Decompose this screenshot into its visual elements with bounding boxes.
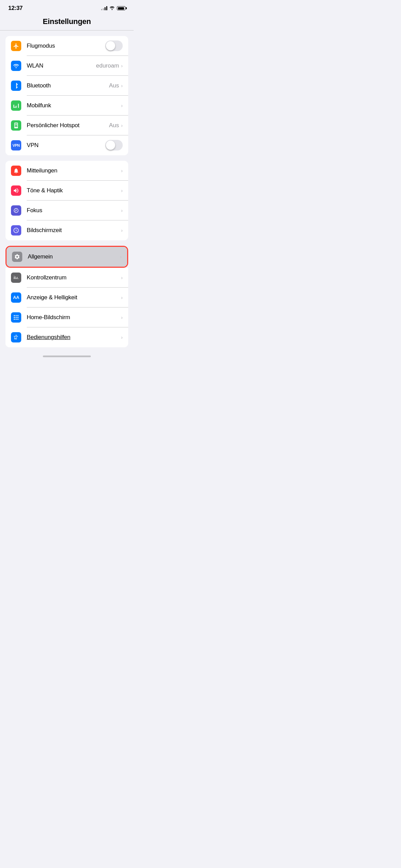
bluetooth-icon — [11, 81, 21, 91]
mobilfunk-label: Mobilfunk — [27, 102, 121, 109]
status-time: 12:37 — [8, 5, 23, 12]
wifi-status-icon — [109, 6, 115, 11]
mitteilungen-row[interactable]: Mitteilungen › — [5, 161, 128, 181]
allgemein-row[interactable]: Allgemein › — [7, 247, 127, 267]
hotspot-chevron: › — [121, 123, 123, 128]
bedienungshilfen-chevron: › — [121, 335, 123, 340]
svg-rect-1 — [14, 315, 15, 316]
fokus-chevron: › — [121, 208, 123, 213]
mobilfunk-row[interactable]: Mobilfunk › — [5, 96, 128, 116]
mobilfunk-icon — [11, 100, 21, 111]
flugmodus-row[interactable]: Flugmodus — [5, 36, 128, 56]
bedienungshilfen-label: Bedienungshilfen — [27, 334, 121, 341]
nav-title: Einstellungen — [0, 14, 134, 30]
flugmodus-icon — [11, 41, 21, 51]
bluetooth-row[interactable]: Bluetooth Aus › — [5, 76, 128, 96]
svg-rect-6 — [17, 317, 19, 318]
allgemein-chevron: › — [120, 254, 122, 260]
toene-label: Töne & Haptik — [27, 187, 121, 194]
mitteilungen-chevron: › — [121, 168, 123, 173]
page-title: Einstellungen — [0, 17, 134, 26]
toene-row[interactable]: Töne & Haptik › — [5, 181, 128, 201]
kontrollzentrum-row[interactable]: Kontrollzentrum › — [5, 268, 128, 288]
anzeige-row[interactable]: AA Anzeige & Helligkeit › — [5, 288, 128, 308]
connectivity-group: Flugmodus WLAN eduroam › Bluetooth Aus › — [5, 36, 128, 155]
bluetooth-chevron: › — [121, 83, 123, 88]
svg-point-10 — [16, 335, 17, 336]
svg-rect-4 — [14, 317, 15, 318]
wlan-row[interactable]: WLAN eduroam › — [5, 56, 128, 76]
wlan-icon — [11, 61, 21, 71]
svg-rect-8 — [16, 318, 17, 320]
anzeige-label: Anzeige & Helligkeit — [27, 294, 121, 301]
wlan-value: eduroam — [96, 62, 119, 69]
kontrollzentrum-icon — [11, 273, 21, 283]
home-indicator-area — [0, 353, 134, 359]
signal-icon — [101, 6, 107, 10]
battery-icon — [117, 6, 125, 10]
svg-rect-7 — [14, 318, 15, 320]
kontrollzentrum-chevron: › — [121, 275, 123, 280]
toene-chevron: › — [121, 188, 123, 193]
svg-rect-3 — [17, 315, 19, 316]
vpn-icon: VPN — [11, 140, 21, 150]
flugmodus-label: Flugmodus — [27, 43, 105, 49]
hotspot-row[interactable]: Persönlicher Hotspot Aus › — [5, 116, 128, 135]
status-bar: 12:37 — [0, 0, 134, 14]
bildschirmzeit-icon — [11, 225, 21, 236]
toene-icon — [11, 185, 21, 196]
mobilfunk-chevron: › — [121, 103, 123, 108]
bluetooth-value: Aus — [109, 82, 119, 89]
wlan-label: WLAN — [27, 62, 96, 69]
vpn-row[interactable]: VPN VPN — [5, 135, 128, 155]
vpn-label: VPN — [27, 142, 105, 149]
fokus-icon — [11, 205, 21, 216]
hotspot-icon — [11, 120, 21, 131]
allgemein-label: Allgemein — [28, 253, 120, 260]
home-label: Home-Bildschirm — [27, 314, 121, 321]
svg-point-0 — [16, 124, 17, 125]
bedienungshilfen-row[interactable]: Bedienungshilfen › — [5, 327, 128, 347]
svg-rect-2 — [16, 315, 17, 316]
notifications-group: Mitteilungen › Töne & Haptik › Fokus › — [5, 161, 128, 240]
mitteilungen-icon — [11, 166, 21, 176]
allgemein-icon — [12, 252, 22, 262]
allgemein-highlight-wrapper: Allgemein › — [5, 246, 128, 268]
bildschirmzeit-chevron: › — [121, 228, 123, 233]
bluetooth-label: Bluetooth — [27, 82, 109, 89]
wlan-chevron: › — [121, 63, 123, 69]
fokus-row[interactable]: Fokus › — [5, 201, 128, 220]
svg-rect-5 — [16, 317, 17, 318]
anzeige-chevron: › — [121, 295, 123, 300]
bedienungshilfen-icon — [11, 332, 21, 342]
home-icon — [11, 312, 21, 323]
status-icons — [101, 6, 125, 11]
home-row[interactable]: Home-Bildschirm › — [5, 308, 128, 327]
vpn-toggle[interactable] — [105, 140, 123, 150]
bildschirmzeit-row[interactable]: Bildschirmzeit › — [5, 220, 128, 240]
svg-rect-9 — [17, 318, 19, 320]
flugmodus-toggle[interactable] — [105, 40, 123, 51]
mitteilungen-label: Mitteilungen — [27, 167, 121, 174]
fokus-label: Fokus — [27, 207, 121, 214]
kontrollzentrum-label: Kontrollzentrum — [27, 274, 121, 281]
nav-divider — [0, 30, 134, 31]
hotspot-label: Persönlicher Hotspot — [27, 122, 109, 129]
home-chevron: › — [121, 315, 123, 320]
bildschirmzeit-label: Bildschirmzeit — [27, 227, 121, 234]
settings-bottom-group: Kontrollzentrum › AA Anzeige & Helligkei… — [5, 268, 128, 347]
anzeige-icon: AA — [11, 292, 21, 303]
hotspot-value: Aus — [109, 122, 119, 129]
home-indicator-bar — [43, 355, 91, 357]
